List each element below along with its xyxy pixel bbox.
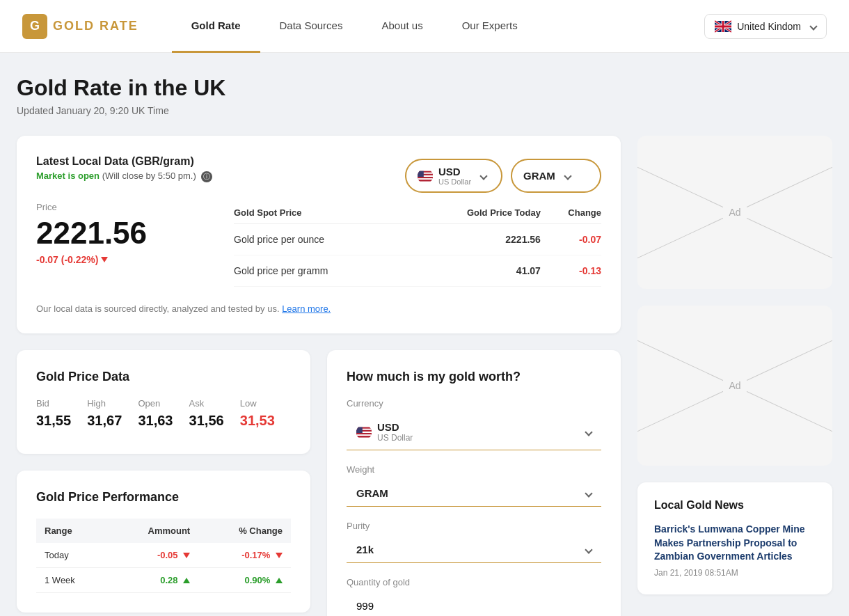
calc-weight-select[interactable]: GRAM xyxy=(347,480,601,507)
col-spot: Gold Spot Price xyxy=(234,202,406,224)
logo-icon: G xyxy=(22,14,47,39)
svg-rect-7 xyxy=(418,180,433,181)
row2-label: Gold price per gramm xyxy=(234,255,406,287)
currency-code: USD xyxy=(438,166,471,177)
unit-label: GRAM xyxy=(523,170,555,182)
market-close-time: (Will close by 5:50 pm.) xyxy=(102,171,196,181)
learn-more-link[interactable]: Learn more. xyxy=(282,303,331,314)
svg-rect-5 xyxy=(418,177,433,178)
perf-pct-up-icon xyxy=(276,578,283,583)
nav-about-us[interactable]: About us xyxy=(362,0,442,53)
gold-data-title: Gold Price Data xyxy=(36,370,291,384)
calc-currency-select[interactable]: USD US Dollar xyxy=(347,414,601,450)
calc-currency-chevron-icon xyxy=(585,428,592,436)
gold-price-data-card: Gold Price Data Bid 31,55 High 31,67 xyxy=(17,350,310,454)
calc-weight-chevron-icon xyxy=(585,489,592,497)
col-change: Change xyxy=(541,202,601,224)
calc-purity-chevron-icon xyxy=(585,546,592,553)
table-row: Gold price per gramm 41.07 -0.13 xyxy=(234,255,601,287)
page-subtitle: Updated January 20, 9:20 UK Time xyxy=(17,105,832,116)
perf-range-today: Today xyxy=(36,543,109,568)
calc-currency-name: US Dollar xyxy=(377,433,413,443)
metric-low-label: Low xyxy=(240,398,291,409)
logo[interactable]: G GOLD RATE xyxy=(22,14,138,39)
country-selector[interactable]: United Kindom xyxy=(704,14,827,39)
lower-grid: Gold Price Data Bid 31,55 High 31,67 xyxy=(17,350,621,616)
select-group: USD US Dollar GRAM xyxy=(405,159,601,193)
gold-performance-card: Gold Price Performance Range Ammount % C… xyxy=(17,471,310,613)
metric-ask: Ask 31,56 xyxy=(189,398,240,429)
metric-low-value: 31,53 xyxy=(240,413,291,429)
calc-quantity-field: Quantity of gold xyxy=(347,577,601,616)
perf-arrow-up-icon xyxy=(183,578,190,583)
left-lower-col: Gold Price Data Bid 31,55 High 31,67 xyxy=(17,350,310,616)
calc-quantity-input[interactable] xyxy=(347,593,601,616)
performance-table: Range Ammount % Change Today -0.05 xyxy=(36,519,291,593)
metric-low: Low 31,53 xyxy=(240,398,291,429)
metric-open-value: 31,63 xyxy=(138,413,189,429)
row1-label: Gold price per ounce xyxy=(234,224,406,255)
country-label: United Kindom xyxy=(737,21,801,32)
row1-today: 2221.56 xyxy=(406,224,541,255)
metric-ask-label: Ask xyxy=(189,398,240,409)
unit-dropdown[interactable]: GRAM xyxy=(511,159,601,193)
perf-row-today: Today -0.05 -0.17% xyxy=(36,543,291,568)
metric-bid-label: Bid xyxy=(36,398,87,409)
calc-purity-field: Purity 21k xyxy=(347,521,601,563)
svg-rect-6 xyxy=(418,178,433,180)
us-flag-icon xyxy=(418,168,433,184)
calc-weight-value: GRAM xyxy=(356,487,388,499)
main-layout: Latest Local Data (GBR/gram) Market is o… xyxy=(17,136,832,616)
metric-ask-value: 31,56 xyxy=(189,413,240,429)
nav-data-sources[interactable]: Data Sources xyxy=(260,0,363,53)
market-open-label: Market is open xyxy=(36,171,100,181)
market-status: Market is open (Will close by 5:50 pm.) … xyxy=(36,171,212,182)
right-sidebar: Ad Ad Local Gold News Barrick's Lumwana … xyxy=(637,136,832,616)
perf-pct-arrow-icon xyxy=(276,553,283,558)
info-icon[interactable]: ⓘ xyxy=(201,171,212,182)
price-section: Price 2221.56 -0.07 (-0.22%) Gold Spot P… xyxy=(36,202,601,287)
latest-data-header: Latest Local Data (GBR/gram) Market is o… xyxy=(36,155,601,196)
svg-rect-15 xyxy=(356,436,372,437)
price-big: 2221.56 xyxy=(36,218,220,248)
svg-rect-14 xyxy=(356,434,372,436)
svg-rect-16 xyxy=(356,427,363,432)
nav-gold-rate[interactable]: Gold Rate xyxy=(172,0,260,53)
price-right: Gold Spot Price Gold Price Today Change … xyxy=(234,202,601,287)
calc-weight-field: Weight GRAM xyxy=(347,464,601,507)
nav-right: United Kindom xyxy=(704,14,827,39)
calc-title: How much is my gold worth? xyxy=(347,370,601,384)
ad-bottom-label: Ad xyxy=(723,377,746,394)
col-today: Gold Price Today xyxy=(406,202,541,224)
nav-links: Gold Rate Data Sources About us Our Expe… xyxy=(172,0,704,53)
calc-currency-field: Currency xyxy=(347,398,601,450)
row1-change: -0.07 xyxy=(541,224,601,255)
price-metrics: Bid 31,55 High 31,67 Open 31,63 xyxy=(36,398,291,429)
nav-our-experts[interactable]: Our Experts xyxy=(443,0,537,53)
currency-name: US Dollar xyxy=(438,177,471,186)
perf-pct-today: -0.17% xyxy=(198,543,291,568)
currency-dropdown[interactable]: USD US Dollar xyxy=(405,159,502,193)
perf-col-amount: Ammount xyxy=(109,519,198,543)
perf-col-range: Range xyxy=(36,519,109,543)
news-item-headline[interactable]: Barrick's Lumwana Copper Mine Makes Part… xyxy=(654,523,816,564)
calc-us-flag-icon xyxy=(356,425,372,440)
news-title: Local Gold News xyxy=(654,499,816,512)
calc-currency-label: Currency xyxy=(347,398,601,409)
price-change: -0.07 (-0.22%) xyxy=(36,254,220,265)
arrow-down-icon xyxy=(101,257,108,262)
ad-top-label: Ad xyxy=(723,204,746,221)
gold-calculator-card: How much is my gold worth? Currency xyxy=(327,350,621,616)
page-title: Gold Rate in the UK xyxy=(17,75,832,101)
ad-banner-top: Ad xyxy=(637,136,832,289)
calc-purity-label: Purity xyxy=(347,521,601,531)
calc-purity-value: 21k xyxy=(356,544,374,555)
calc-weight-label: Weight xyxy=(347,464,601,475)
unit-chevron-icon xyxy=(564,172,571,180)
ad-banner-bottom: Ad xyxy=(637,306,832,466)
latest-data-card: Latest Local Data (GBR/gram) Market is o… xyxy=(17,136,621,333)
row2-today: 41.07 xyxy=(406,255,541,287)
calc-purity-select[interactable]: 21k xyxy=(347,537,601,563)
uk-flag-icon xyxy=(715,20,731,33)
calc-currency-code: USD xyxy=(377,421,413,433)
